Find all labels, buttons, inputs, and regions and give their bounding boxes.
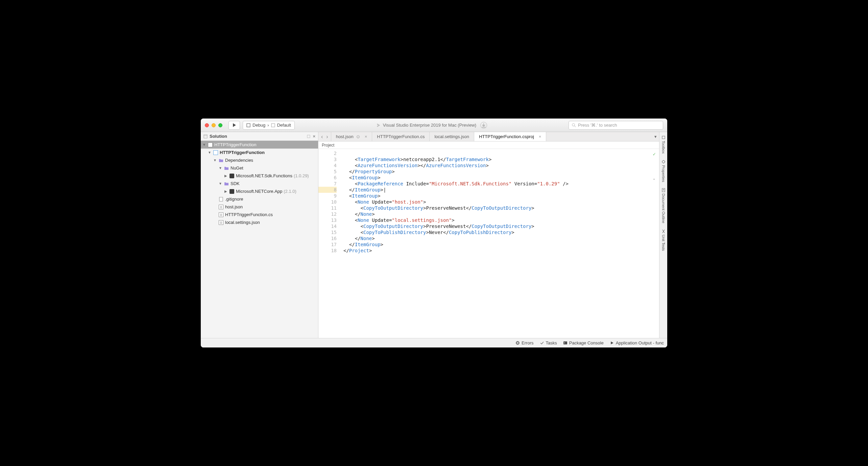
tree-row[interactable]: {}host.json [201,203,318,211]
build-ok-icon: ✓ [653,151,656,157]
tree-label: HTTPTriggerFunction [220,150,265,155]
titlebar: Debug › Default Visual Studio Enterprise… [201,119,667,132]
disclosure-icon[interactable]: ▶ [224,189,228,193]
editor-tab[interactable]: host.json⊙× [331,132,372,141]
app-title: Visual Studio Enterprise 2019 for Mac (P… [297,122,566,129]
disclosure-icon[interactable]: ▼ [218,182,222,185]
tab-overflow-button[interactable]: ▾ [652,132,659,141]
maximize-window-icon[interactable] [218,123,222,127]
window-controls [205,123,222,127]
autohide-icon[interactable] [307,134,311,138]
svg-rect-9 [662,136,665,139]
disclosure-icon[interactable]: ▶ [224,174,228,178]
svg-rect-8 [219,197,223,201]
close-tab-icon[interactable]: × [365,134,367,139]
play-icon [233,123,236,127]
tree-label: Microsoft.NETCore.App [236,189,282,194]
solution-tree[interactable]: ▼HTTPTriggerFunction▼HTTPTriggerFunction… [201,141,318,338]
tab-label: HTTPTriggerFunction.cs [377,134,425,139]
disclosure-icon[interactable]: ▼ [208,151,212,154]
run-configuration-selector[interactable]: Debug › Default [243,121,295,130]
editor-breadcrumb[interactable]: Project [318,141,659,149]
error-icon [515,341,520,345]
tree-row[interactable]: ▶Microsoft.NET.Sdk.Functions (1.0.29) [201,172,318,180]
tree-row[interactable]: {}local.settings.json [201,218,318,226]
close-window-icon[interactable] [205,123,209,127]
rail-unit-tests[interactable]: Unit Tests [661,228,666,252]
tab-nav: ‹ › [318,132,331,141]
code-content[interactable]: <TargetFramework>netcoreapp2.1</TargetFr… [340,149,659,338]
pin-icon[interactable]: ⊙ [356,134,360,139]
folder-icon [218,158,224,163]
editor-tabs: ‹ › host.json⊙×HTTPTriggerFunction.csloc… [318,132,659,141]
solution-pad-header: Solution × [201,132,318,141]
version-label: (1.0.29) [294,173,309,178]
code-editor[interactable]: 23456789101112131415161718 <TargetFramew… [318,149,659,338]
close-pad-icon[interactable]: × [313,134,315,139]
marker-icon: - [652,176,656,182]
tree-row[interactable]: {}HTTPTriggerFunction.cs [201,211,318,218]
file-icon [218,197,224,202]
tree-row[interactable]: ▼HTTPTriggerFunction [201,141,318,149]
nav-forward-icon[interactable]: › [326,134,328,139]
tasks-pad-button[interactable]: Tasks [540,340,557,345]
editor-tab[interactable]: HTTPTriggerFunction.cs [372,132,430,141]
update-available-button[interactable] [480,122,487,129]
line-gutter: 23456789101112131415161718 [318,149,340,338]
play-small-icon [610,341,614,345]
tab-label: local.settings.json [434,134,469,139]
svg-rect-2 [271,124,275,127]
right-tool-rail: ToolboxPropertiesDocument OutlineUnit Te… [659,132,667,338]
disclosure-icon[interactable]: ▼ [213,158,217,162]
tree-row[interactable]: ▼HTTPTriggerFunction [201,149,318,156]
solution-icon [203,134,208,138]
package-console-button[interactable]: Package Console [563,340,604,345]
tree-label: Dependencies [225,158,253,163]
close-tab-icon[interactable]: × [539,134,541,139]
tree-row[interactable]: ▼NuGet [201,164,318,172]
package-icon [229,173,235,179]
vs-icon [376,123,381,128]
tab-label: HTTPTriggerFunction.csproj [479,134,534,139]
tree-row[interactable]: ▼SDK [201,180,318,187]
project-icon [213,150,218,155]
svg-line-4 [574,126,576,127]
nav-back-icon[interactable]: ‹ [321,134,323,139]
main-body: Solution × ▼HTTPTriggerFunction▼HTTPTrig… [201,132,667,338]
tree-row[interactable]: ▶Microsoft.NETCore.App (2.1.0) [201,187,318,195]
tree-label: SDK [231,181,240,186]
rail-properties[interactable]: Properties [661,158,666,183]
application-output-button[interactable]: Application Output - func [610,340,664,345]
search-icon [572,123,576,127]
rail-document-outline[interactable]: Document Outline [661,187,666,225]
rail-icon [661,229,666,233]
run-target-label: Default [277,123,291,128]
rail-icon [661,160,666,164]
rail-icon [661,188,666,192]
svg-rect-7 [307,135,310,138]
disclosure-icon[interactable]: ▼ [202,143,206,147]
svg-marker-0 [233,123,236,127]
run-button[interactable] [228,121,240,130]
tree-row[interactable]: .gitignore [201,195,318,203]
target-icon [271,123,275,127]
rail-toolbox[interactable]: Toolbox [661,134,666,155]
code-file-icon: {} [218,204,224,210]
terminal-icon [563,341,568,345]
run-config-label: Debug [252,123,265,128]
tree-row[interactable]: ▼Dependencies [201,156,318,164]
disclosure-icon[interactable]: ▼ [218,166,222,170]
version-label: (2.1.0) [284,189,296,194]
search-input[interactable]: Press '⌘.' to search [569,121,663,130]
editor-tab[interactable]: HTTPTriggerFunction.csproj× [474,132,546,141]
config-icon [246,123,250,127]
minimize-window-icon[interactable] [212,123,216,127]
solution-pad: Solution × ▼HTTPTriggerFunction▼HTTPTrig… [201,132,318,338]
tree-label: host.json [225,204,243,209]
solution-pad-title: Solution [210,134,227,139]
errors-pad-button[interactable]: Errors [515,340,533,345]
editor-tab[interactable]: local.settings.json [430,132,474,141]
svg-point-3 [572,124,575,126]
app-window: Debug › Default Visual Studio Enterprise… [201,119,667,347]
svg-marker-17 [611,341,613,344]
